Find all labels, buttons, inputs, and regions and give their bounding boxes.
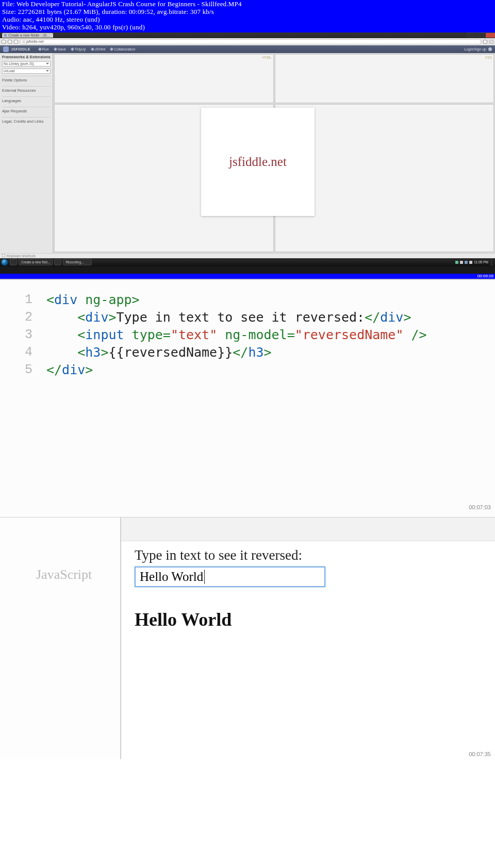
- media-audio: Audio: aac, 44100 Hz, stereo (und): [2, 16, 493, 24]
- jsfiddle-logo[interactable]: JSFIDDLE: [3, 46, 30, 52]
- brand-text: JSFIDDLE: [11, 47, 30, 51]
- js-pane-label: JavaScript: [36, 567, 92, 582]
- line-number: 4: [0, 344, 32, 361]
- taskbar-explorer-icon[interactable]: [54, 259, 61, 265]
- code-editor-zoom[interactable]: 1 2 3 4 5 <div ng-app> <div>Type in text…: [0, 279, 495, 517]
- pane-tab-ghost: [9, 527, 102, 546]
- media-info-overlay: File: Web Developer Tutorial- AngularJS …: [0, 0, 495, 32]
- player-timestamp: 00:07:03: [469, 498, 491, 516]
- tray-icon[interactable]: [460, 261, 463, 264]
- overlay-card: jsfiddle.net: [201, 108, 315, 216]
- media-size: Size: 22726281 bytes (21.67 MiB), durati…: [2, 8, 493, 16]
- result-preview-zoom: JavaScript Type in text to see it revers…: [0, 517, 495, 759]
- window-tabstrip: Create a new fiddle - JS...: [0, 32, 495, 38]
- overlay-text: jsfiddle.net: [229, 155, 287, 169]
- sidebar-item-legal[interactable]: Legal, Credits and Links: [2, 117, 51, 125]
- line-number: 5: [0, 361, 32, 379]
- wrap-select[interactable]: onLoad: [2, 69, 51, 74]
- taskbar-chrome-icon[interactable]: [10, 259, 17, 265]
- status-text: Keyboard shortcuts: [7, 254, 36, 258]
- close-button[interactable]: [486, 32, 495, 38]
- js-pane-sliver: JavaScript: [0, 518, 121, 759]
- show-desktop-button[interactable]: [491, 259, 494, 266]
- line-number: 1: [0, 291, 32, 309]
- window-controls: [466, 32, 495, 38]
- media-file: File: Web Developer Tutorial- AngularJS …: [2, 1, 493, 8]
- line-number: 3: [0, 326, 32, 344]
- url-input[interactable]: jsfiddle.net: [20, 39, 481, 44]
- player-timestamp: 00:07:35: [469, 751, 491, 757]
- cloud-icon: [3, 46, 9, 52]
- tray-clock[interactable]: 11:05 PM: [474, 261, 488, 264]
- collab-button[interactable]: Collaboration: [110, 47, 135, 51]
- sidebar-item-fiddle-options[interactable]: Fiddle Options: [2, 76, 51, 84]
- address-bar: jsfiddle.net: [0, 38, 495, 45]
- code-content: <div ng-app> <div>Type in text to see it…: [46, 291, 495, 379]
- result-output: Type in text to see it reversed: Hello W…: [121, 518, 495, 759]
- bound-output: Hello World: [135, 609, 487, 630]
- login-link[interactable]: Login/Sign up: [464, 47, 486, 51]
- back-button[interactable]: [2, 40, 6, 44]
- status-checkbox[interactable]: [2, 254, 5, 257]
- jsfiddle-toolbar: JSFIDDLE Run Save TidyUp JSHint Collabor…: [0, 45, 495, 53]
- tray-icon[interactable]: [455, 261, 458, 264]
- tab-title: Create a new fiddle - JS...: [8, 33, 50, 38]
- browser-menu-button[interactable]: [489, 40, 493, 44]
- windows-taskbar: Create a new fidd... Recording... 11:05 …: [0, 258, 495, 266]
- player-timestamp: 00:09:28: [0, 274, 495, 279]
- maximize-button[interactable]: [476, 32, 485, 38]
- save-button[interactable]: Save: [54, 47, 66, 51]
- reload-button[interactable]: [14, 40, 18, 44]
- sidebar-item-ajax-requests[interactable]: Ajax Requests: [2, 107, 51, 115]
- start-orb[interactable]: [1, 259, 8, 266]
- jsfiddle-statusbar: Keyboard shortcuts: [0, 253, 495, 258]
- user-icon: [488, 47, 492, 51]
- jsfiddle-actions: Run Save TidyUp JSHint Collaboration: [39, 47, 136, 51]
- library-select[interactable]: No-Library (pure JS): [2, 61, 51, 66]
- run-button[interactable]: Run: [39, 47, 49, 51]
- text-caret-icon: [204, 570, 205, 584]
- minimize-button[interactable]: [466, 32, 475, 38]
- result-tab-band: [121, 518, 495, 541]
- forward-button[interactable]: [8, 40, 12, 44]
- taskbar-item-recorder[interactable]: Recording...: [63, 259, 92, 265]
- prompt-text: Type in text to see it reversed:: [135, 547, 487, 563]
- bookmark-button[interactable]: [483, 40, 487, 44]
- wrap-select-value: onLoad: [4, 69, 15, 73]
- tray-icon[interactable]: [469, 261, 472, 264]
- html-pane[interactable]: HTML: [54, 54, 274, 103]
- browser-screenshot: Create a new fiddle - JS... jsfiddle.net…: [0, 32, 495, 274]
- media-video: Video: h264, yuv420p, 960x540, 30.00 fps…: [2, 24, 493, 31]
- tidy-button[interactable]: TidyUp: [71, 47, 86, 51]
- tray-icon[interactable]: [465, 261, 468, 264]
- line-gutter: 1 2 3 4 5: [0, 291, 39, 379]
- jshint-button[interactable]: JSHint: [91, 47, 106, 51]
- url-text: jsfiddle.net: [26, 40, 43, 44]
- css-pane[interactable]: CSS: [275, 54, 494, 103]
- jsfiddle-sidebar: Frameworks & Extensions No-Library (pure…: [0, 53, 53, 253]
- pane-tag-css: CSS: [485, 56, 492, 59]
- pane-tag-html: HTML: [262, 56, 272, 59]
- taskbar-item-browser[interactable]: Create a new fidd...: [19, 259, 53, 265]
- browser-tab[interactable]: Create a new fiddle - JS...: [2, 33, 53, 38]
- library-select-value: No-Library (pure JS): [4, 62, 34, 66]
- input-value: Hello World: [140, 570, 203, 584]
- reversed-name-input[interactable]: Hello World: [135, 566, 325, 587]
- sidebar-item-languages[interactable]: Languages: [2, 96, 51, 105]
- sidebar-title: Frameworks & Extensions: [2, 55, 51, 59]
- line-number: 2: [0, 309, 32, 326]
- sidebar-item-external-resources[interactable]: External Resources: [2, 86, 51, 94]
